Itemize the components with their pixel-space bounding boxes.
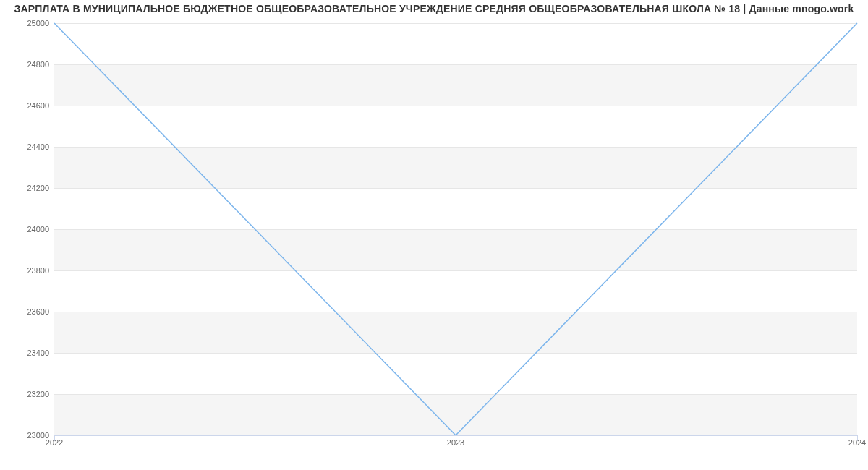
chart-title: ЗАРПЛАТА В МУНИЦИПАЛЬНОЕ БЮДЖЕТНОЕ ОБЩЕО…	[0, 3, 868, 14]
series-line	[54, 23, 857, 435]
y-tick-label: 24200	[6, 184, 49, 192]
x-tick-label: 2023	[447, 438, 464, 447]
y-tick-label: 23200	[6, 390, 49, 398]
y-tick-label: 25000	[6, 19, 49, 27]
y-tick-label: 23000	[6, 431, 49, 440]
y-tick-label: 23800	[6, 266, 49, 275]
y-tick-label: 24000	[6, 225, 49, 234]
y-tick-label: 24600	[6, 101, 49, 110]
x-tick-label: 2022	[46, 438, 63, 447]
salary-chart: ЗАРПЛАТА В МУНИЦИПАЛЬНОЕ БЮДЖЕТНОЕ ОБЩЕО…	[0, 0, 868, 470]
y-tick-label: 23400	[6, 349, 49, 357]
x-tick-label: 2024	[848, 438, 866, 447]
y-tick-label: 24400	[6, 142, 49, 151]
plot-area	[54, 23, 857, 435]
line-layer	[54, 23, 857, 435]
y-tick-label: 23600	[6, 307, 49, 316]
y-tick-label: 24800	[6, 60, 49, 69]
